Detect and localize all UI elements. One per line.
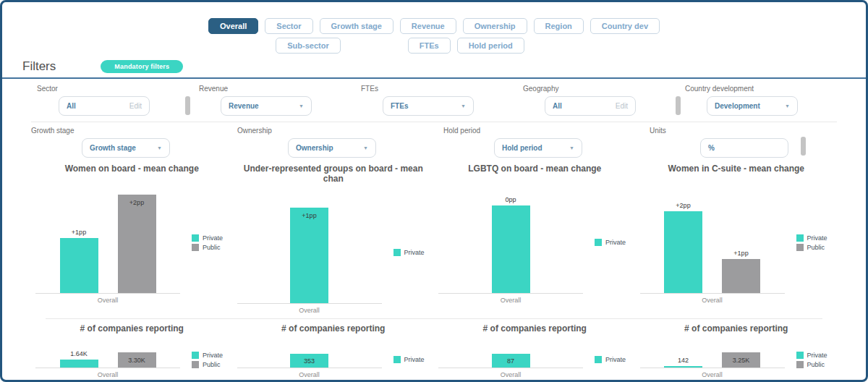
legend-item-private[interactable]: Private (393, 249, 425, 256)
geography-filter-box[interactable]: All Edit (545, 96, 636, 116)
filter-row-1: Sector All Edit Revenue Revenue ▼ FTEs F… (2, 85, 866, 116)
tab-overall[interactable]: Overall (208, 18, 258, 34)
bar-value-label: 3.25K (733, 357, 750, 364)
filter-value: All (67, 102, 76, 110)
legend-item-public[interactable]: Public (796, 244, 827, 251)
ftes-dropdown[interactable]: FTEs ▼ (383, 96, 474, 116)
scrollbar[interactable] (676, 96, 681, 115)
bar-private[interactable] (60, 360, 98, 368)
chart-companies-women-csuite: # of companies reporting 1423.25K Overal… (636, 323, 838, 378)
chart-women-in-csuite: Women in C-suite - mean change +2pp+1pp … (636, 164, 838, 314)
chart-title: Women in C-suite - mean change (636, 164, 838, 174)
units-input[interactable]: % (700, 138, 788, 158)
legend-label: Public (807, 244, 825, 251)
legend-swatch (192, 234, 199, 242)
ownership-dropdown[interactable]: Ownership ▼ (288, 138, 376, 158)
legend-item-private[interactable]: Private (796, 352, 827, 359)
legend-label: Private (404, 356, 425, 363)
legend-label: Private (404, 249, 425, 256)
view-tabs-row-2: Sub-sector FTEs Hold period (0, 38, 832, 54)
chevron-down-icon: ▼ (569, 145, 574, 150)
legend-item-private[interactable]: Private (595, 239, 626, 246)
bar-plot: +2pp+1pp (640, 181, 785, 294)
x-axis-label: Overall (35, 297, 180, 304)
dropdown-value: Ownership (296, 144, 333, 152)
legend-item-public[interactable]: Public (192, 361, 223, 368)
chart-title: Under-represented groups on board - mean… (233, 164, 435, 184)
growth-stage-dropdown[interactable]: Growth stage ▼ (82, 138, 170, 158)
filter-hold-period: Hold period Hold period ▼ (443, 127, 650, 158)
bar-private[interactable] (60, 238, 98, 293)
hold-period-dropdown[interactable]: Hold period ▼ (494, 138, 582, 158)
tab-growth-stage[interactable]: Growth stage (320, 18, 393, 34)
bar-private[interactable] (664, 211, 702, 293)
bar-private[interactable]: 87 (492, 354, 530, 368)
filter-label: Hold period (443, 127, 650, 135)
bar-plot: +1pp (237, 191, 382, 304)
tab-country-dev[interactable]: Country dev (590, 18, 660, 34)
legend-item-private[interactable]: Private (796, 234, 827, 242)
filters-header: Filters Mandatory filters (22, 59, 866, 74)
legend-item-private[interactable]: Private (192, 352, 223, 359)
scrollbar[interactable] (801, 137, 806, 156)
bar-group-private: 0pp (492, 196, 530, 293)
tab-revenue[interactable]: Revenue (400, 18, 456, 34)
revenue-dropdown[interactable]: Revenue ▼ (221, 96, 312, 116)
bar-public[interactable]: 3.25K (722, 352, 760, 368)
legend-swatch (192, 244, 199, 251)
bar-public[interactable]: 3.30K (118, 352, 156, 368)
filter-sector: Sector All Edit (31, 85, 193, 116)
legend-swatch (192, 352, 199, 359)
bar-public[interactable] (722, 259, 760, 293)
chevron-down-icon: ▼ (363, 145, 368, 150)
tab-sub-sector[interactable]: Sub-sector (276, 38, 340, 54)
filter-label: Geography (523, 85, 679, 93)
chart-title: Women on board - mean change (31, 164, 233, 174)
chart-women-on-board: Women on board - mean change +1pp+2pp Ov… (31, 164, 233, 314)
filter-geography: Geography All Edit (517, 85, 679, 116)
tab-ftes[interactable]: FTEs (408, 38, 451, 54)
tab-region[interactable]: Region (534, 18, 584, 34)
legend-label: Private (807, 352, 827, 359)
edit-button[interactable]: Edit (129, 102, 142, 110)
mandatory-filters-badge[interactable]: Mandatory filters (101, 60, 183, 73)
bar-public[interactable]: +2pp (118, 195, 156, 293)
legend-item-public[interactable]: Public (796, 361, 827, 368)
bar-plot: 87 (438, 341, 583, 368)
legend-swatch (796, 244, 804, 251)
development-dropdown[interactable]: Development ▼ (707, 96, 798, 116)
legend-item-private[interactable]: Private (595, 356, 626, 363)
bar-group-public: +1pp (722, 250, 760, 293)
legend-swatch (595, 356, 602, 363)
charts-divider (46, 318, 822, 319)
legend-label: Private (203, 352, 223, 359)
tab-hold-period[interactable]: Hold period (457, 38, 524, 54)
bar-private[interactable]: +1pp (290, 208, 328, 303)
bar-value-label: +2pp (129, 199, 144, 206)
chart-legend: PrivatePublic (796, 341, 827, 378)
bar-value-label: 0pp (505, 196, 516, 203)
bar-private[interactable] (664, 366, 702, 368)
dropdown-value: Growth stage (90, 144, 136, 152)
tab-sector[interactable]: Sector (265, 18, 312, 34)
legend-swatch (796, 361, 804, 368)
chevron-down-icon: ▼ (461, 103, 466, 109)
legend-item-public[interactable]: Public (192, 244, 223, 251)
bar-private[interactable] (492, 205, 530, 293)
edit-button[interactable]: Edit (616, 102, 628, 110)
legend-swatch (796, 352, 804, 359)
legend-label: Private (203, 234, 223, 242)
legend-item-private[interactable]: Private (192, 234, 223, 242)
bar-value-label: +2pp (676, 202, 690, 209)
bar-group-private: +2pp (664, 202, 702, 293)
sector-filter-box[interactable]: All Edit (59, 96, 150, 116)
bar-private[interactable]: 353 (290, 354, 328, 368)
tab-ownership[interactable]: Ownership (463, 18, 527, 34)
chart-legend: PrivatePublic (796, 181, 827, 304)
filter-growth-stage: Growth stage Growth stage ▼ (31, 127, 237, 158)
legend-item-private[interactable]: Private (393, 356, 425, 363)
bar-group-public: 3.30K (118, 352, 156, 368)
bar-value-label: 87 (507, 357, 514, 365)
scrollbar[interactable] (185, 96, 190, 115)
filter-label: Country development (685, 85, 841, 93)
